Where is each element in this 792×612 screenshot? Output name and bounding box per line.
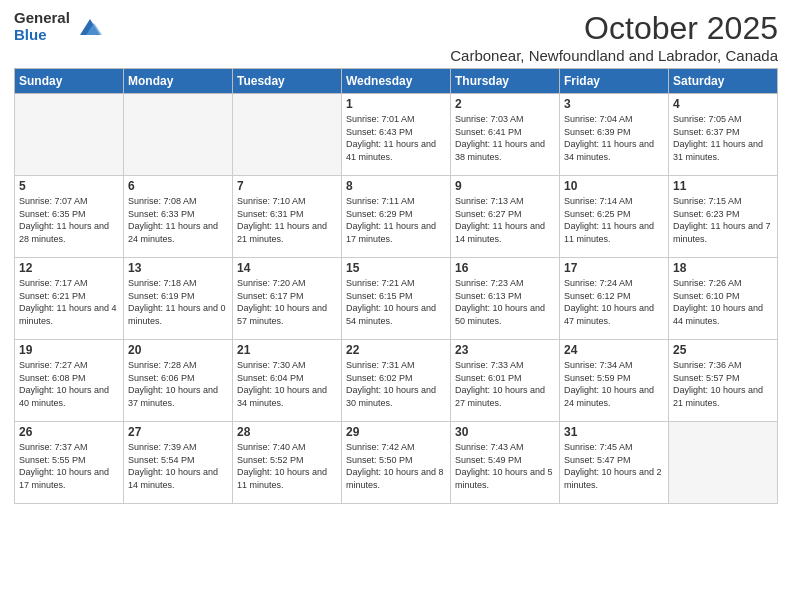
day-info: Sunrise: 7:39 AM Sunset: 5:54 PM Dayligh… [128,441,228,491]
table-row: 31Sunrise: 7:45 AM Sunset: 5:47 PM Dayli… [560,422,669,504]
day-number: 30 [455,425,555,439]
day-info: Sunrise: 7:27 AM Sunset: 6:08 PM Dayligh… [19,359,119,409]
col-tuesday: Tuesday [233,69,342,94]
calendar-week-row: 19Sunrise: 7:27 AM Sunset: 6:08 PM Dayli… [15,340,778,422]
day-number: 28 [237,425,337,439]
table-row: 2Sunrise: 7:03 AM Sunset: 6:41 PM Daylig… [451,94,560,176]
day-info: Sunrise: 7:45 AM Sunset: 5:47 PM Dayligh… [564,441,664,491]
table-row [669,422,778,504]
table-row: 11Sunrise: 7:15 AM Sunset: 6:23 PM Dayli… [669,176,778,258]
day-info: Sunrise: 7:07 AM Sunset: 6:35 PM Dayligh… [19,195,119,245]
table-row [124,94,233,176]
table-row: 1Sunrise: 7:01 AM Sunset: 6:43 PM Daylig… [342,94,451,176]
table-row: 4Sunrise: 7:05 AM Sunset: 6:37 PM Daylig… [669,94,778,176]
day-info: Sunrise: 7:20 AM Sunset: 6:17 PM Dayligh… [237,277,337,327]
day-number: 19 [19,343,119,357]
day-number: 22 [346,343,446,357]
day-info: Sunrise: 7:37 AM Sunset: 5:55 PM Dayligh… [19,441,119,491]
day-number: 3 [564,97,664,111]
table-row: 19Sunrise: 7:27 AM Sunset: 6:08 PM Dayli… [15,340,124,422]
day-number: 1 [346,97,446,111]
day-number: 11 [673,179,773,193]
col-saturday: Saturday [669,69,778,94]
table-row [15,94,124,176]
day-info: Sunrise: 7:42 AM Sunset: 5:50 PM Dayligh… [346,441,446,491]
day-number: 26 [19,425,119,439]
day-number: 16 [455,261,555,275]
day-number: 9 [455,179,555,193]
day-number: 21 [237,343,337,357]
calendar-week-row: 26Sunrise: 7:37 AM Sunset: 5:55 PM Dayli… [15,422,778,504]
day-number: 13 [128,261,228,275]
day-info: Sunrise: 7:11 AM Sunset: 6:29 PM Dayligh… [346,195,446,245]
month-title: October 2025 [450,10,778,47]
day-info: Sunrise: 7:43 AM Sunset: 5:49 PM Dayligh… [455,441,555,491]
day-info: Sunrise: 7:05 AM Sunset: 6:37 PM Dayligh… [673,113,773,163]
day-info: Sunrise: 7:34 AM Sunset: 5:59 PM Dayligh… [564,359,664,409]
day-number: 8 [346,179,446,193]
day-number: 20 [128,343,228,357]
table-row: 9Sunrise: 7:13 AM Sunset: 6:27 PM Daylig… [451,176,560,258]
table-row: 14Sunrise: 7:20 AM Sunset: 6:17 PM Dayli… [233,258,342,340]
day-info: Sunrise: 7:03 AM Sunset: 6:41 PM Dayligh… [455,113,555,163]
table-row: 29Sunrise: 7:42 AM Sunset: 5:50 PM Dayli… [342,422,451,504]
day-info: Sunrise: 7:04 AM Sunset: 6:39 PM Dayligh… [564,113,664,163]
calendar-week-row: 1Sunrise: 7:01 AM Sunset: 6:43 PM Daylig… [15,94,778,176]
table-row: 6Sunrise: 7:08 AM Sunset: 6:33 PM Daylig… [124,176,233,258]
table-row: 20Sunrise: 7:28 AM Sunset: 6:06 PM Dayli… [124,340,233,422]
day-number: 18 [673,261,773,275]
table-row: 12Sunrise: 7:17 AM Sunset: 6:21 PM Dayli… [15,258,124,340]
col-sunday: Sunday [15,69,124,94]
col-friday: Friday [560,69,669,94]
day-number: 29 [346,425,446,439]
table-row: 15Sunrise: 7:21 AM Sunset: 6:15 PM Dayli… [342,258,451,340]
day-number: 23 [455,343,555,357]
table-row: 21Sunrise: 7:30 AM Sunset: 6:04 PM Dayli… [233,340,342,422]
day-number: 10 [564,179,664,193]
logo-general: General [14,10,70,27]
day-number: 2 [455,97,555,111]
day-info: Sunrise: 7:26 AM Sunset: 6:10 PM Dayligh… [673,277,773,327]
day-info: Sunrise: 7:23 AM Sunset: 6:13 PM Dayligh… [455,277,555,327]
table-row: 26Sunrise: 7:37 AM Sunset: 5:55 PM Dayli… [15,422,124,504]
table-row: 7Sunrise: 7:10 AM Sunset: 6:31 PM Daylig… [233,176,342,258]
logo-blue: Blue [14,27,70,44]
table-row: 30Sunrise: 7:43 AM Sunset: 5:49 PM Dayli… [451,422,560,504]
day-info: Sunrise: 7:01 AM Sunset: 6:43 PM Dayligh… [346,113,446,163]
table-row: 27Sunrise: 7:39 AM Sunset: 5:54 PM Dayli… [124,422,233,504]
day-info: Sunrise: 7:33 AM Sunset: 6:01 PM Dayligh… [455,359,555,409]
day-number: 5 [19,179,119,193]
table-row: 17Sunrise: 7:24 AM Sunset: 6:12 PM Dayli… [560,258,669,340]
header: General Blue October 2025 Carbonear, New… [14,10,778,64]
logo: General Blue [14,10,104,43]
location-title: Carbonear, Newfoundland and Labrador, Ca… [450,47,778,64]
calendar-table: Sunday Monday Tuesday Wednesday Thursday… [14,68,778,504]
day-number: 25 [673,343,773,357]
table-row: 13Sunrise: 7:18 AM Sunset: 6:19 PM Dayli… [124,258,233,340]
title-block: October 2025 Carbonear, Newfoundland and… [450,10,778,64]
day-number: 15 [346,261,446,275]
day-number: 7 [237,179,337,193]
table-row: 24Sunrise: 7:34 AM Sunset: 5:59 PM Dayli… [560,340,669,422]
day-number: 6 [128,179,228,193]
day-number: 14 [237,261,337,275]
col-thursday: Thursday [451,69,560,94]
day-number: 27 [128,425,228,439]
table-row: 10Sunrise: 7:14 AM Sunset: 6:25 PM Dayli… [560,176,669,258]
table-row: 5Sunrise: 7:07 AM Sunset: 6:35 PM Daylig… [15,176,124,258]
day-info: Sunrise: 7:17 AM Sunset: 6:21 PM Dayligh… [19,277,119,327]
table-row: 23Sunrise: 7:33 AM Sunset: 6:01 PM Dayli… [451,340,560,422]
day-info: Sunrise: 7:28 AM Sunset: 6:06 PM Dayligh… [128,359,228,409]
day-info: Sunrise: 7:15 AM Sunset: 6:23 PM Dayligh… [673,195,773,245]
day-info: Sunrise: 7:30 AM Sunset: 6:04 PM Dayligh… [237,359,337,409]
day-info: Sunrise: 7:10 AM Sunset: 6:31 PM Dayligh… [237,195,337,245]
table-row: 16Sunrise: 7:23 AM Sunset: 6:13 PM Dayli… [451,258,560,340]
logo-icon [76,13,104,41]
table-row: 8Sunrise: 7:11 AM Sunset: 6:29 PM Daylig… [342,176,451,258]
table-row: 18Sunrise: 7:26 AM Sunset: 6:10 PM Dayli… [669,258,778,340]
table-row [233,94,342,176]
day-info: Sunrise: 7:08 AM Sunset: 6:33 PM Dayligh… [128,195,228,245]
day-info: Sunrise: 7:36 AM Sunset: 5:57 PM Dayligh… [673,359,773,409]
day-info: Sunrise: 7:18 AM Sunset: 6:19 PM Dayligh… [128,277,228,327]
day-number: 17 [564,261,664,275]
